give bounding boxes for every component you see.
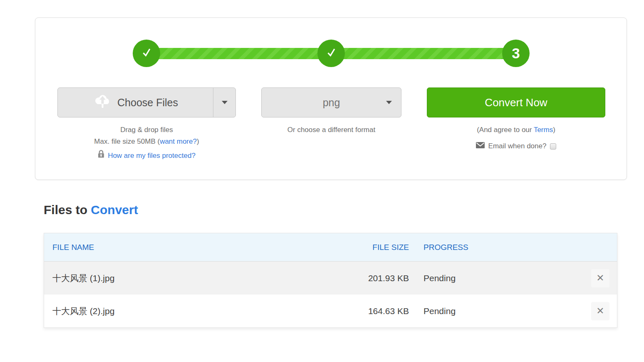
table-header-row: FILE NAME FILE SIZE PROGRESS (44, 233, 617, 262)
files-table: FILE NAME FILE SIZE PROGRESS 十大风景 (1).jp… (44, 233, 617, 328)
max-size-hint: Max. file size 50MB (want more?) (94, 136, 199, 147)
choose-files-dropdown[interactable] (213, 88, 235, 117)
step-2-complete (317, 40, 345, 67)
conversion-wizard-card: 3 Choose Files (35, 17, 627, 180)
terms-hint: (And agree to our Terms) (476, 124, 557, 136)
step-1-complete (133, 40, 160, 67)
remove-file-button[interactable]: ✕ (591, 302, 609, 320)
column-header-progress: PROGRESS (409, 243, 584, 252)
file-progress-status: Pending (409, 273, 584, 283)
close-icon: ✕ (596, 272, 604, 284)
column-header-file-size: FILE SIZE (334, 243, 409, 252)
terms-link[interactable]: Terms (534, 126, 553, 134)
convert-column: Convert Now (And agree to our Terms) Ema… (427, 87, 605, 162)
file-size: 201.93 KB (334, 273, 409, 283)
files-section-title-accent: Convert (91, 203, 138, 217)
check-icon (139, 45, 154, 61)
lock-icon (98, 150, 104, 162)
table-row: 十大风景 (2).jpg 164.63 KB Pending ✕ (44, 295, 617, 327)
drag-drop-hint: Drag & drop files (94, 124, 199, 136)
choose-files-button[interactable]: Choose Files (57, 87, 236, 117)
table-row: 十大风景 (1).jpg 201.93 KB Pending ✕ (44, 262, 617, 295)
files-protected-link[interactable]: How are my files protected? (108, 150, 196, 162)
file-progress-status: Pending (409, 306, 584, 316)
format-select[interactable]: png (261, 87, 401, 117)
format-selected-value: png (323, 97, 340, 109)
convert-now-button[interactable]: Convert Now (427, 87, 605, 117)
choose-files-label: Choose Files (117, 97, 178, 109)
step-number: 3 (512, 45, 520, 62)
column-header-file-name: FILE NAME (44, 243, 334, 252)
caret-down-icon (386, 101, 392, 104)
check-icon (324, 45, 338, 61)
format-hint: Or choose a different format (287, 124, 375, 136)
close-icon: ✕ (596, 305, 604, 317)
files-section-title: Files to Convert (44, 203, 644, 217)
upload-column: Choose Files Drag & drop files Max. file… (57, 87, 236, 162)
envelope-icon (476, 140, 485, 152)
file-size: 164.63 KB (334, 306, 409, 316)
step-3-current: 3 (502, 40, 530, 67)
email-checkbox[interactable] (550, 143, 556, 150)
file-name: 十大风景 (1).jpg (44, 272, 334, 284)
format-column: png Or choose a different format (261, 87, 401, 162)
want-more-link[interactable]: want more? (160, 137, 197, 145)
email-when-done-label: Email when done? (488, 140, 547, 152)
remove-file-button[interactable]: ✕ (591, 269, 609, 287)
caret-down-icon (222, 101, 228, 104)
file-name: 十大风景 (2).jpg (44, 305, 334, 317)
upload-cloud-icon (93, 94, 111, 112)
